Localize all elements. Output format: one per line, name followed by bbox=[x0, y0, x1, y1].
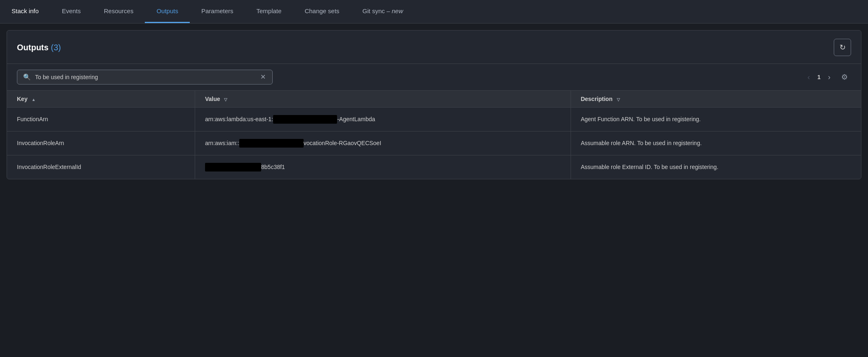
col-key[interactable]: Key ▲ bbox=[7, 91, 195, 108]
value-prefix: arn:aws:lambda:us-east-1: bbox=[205, 115, 273, 124]
tab-change-sets[interactable]: Change sets bbox=[293, 0, 351, 23]
col-description-label: Description bbox=[581, 96, 613, 102]
redacted-block bbox=[239, 139, 304, 148]
page-number: 1 bbox=[817, 74, 821, 80]
value-row-functionarn: arn:aws:lambda:us-east-1: -AgentLambda bbox=[205, 115, 561, 124]
table-settings-button[interactable]: ⚙ bbox=[838, 71, 851, 83]
value-row-invocationroleexternalid: 8b5c38f1 bbox=[205, 163, 561, 171]
search-wrapper: 🔍 ✕ bbox=[17, 70, 273, 85]
cell-value-functionarn: arn:aws:lambda:us-east-1: -AgentLambda bbox=[195, 108, 571, 132]
redacted-block bbox=[273, 115, 337, 124]
cell-description-invocationroleexternalid: Assumable role External ID. To be used i… bbox=[571, 155, 861, 179]
cell-value-invocationrolearn: arn:aws:iam:: vocationRole-RGaovQECSoeI bbox=[195, 132, 571, 155]
tab-template[interactable]: Template bbox=[245, 0, 293, 23]
table-row: FunctionArn arn:aws:lambda:us-east-1: -A… bbox=[7, 108, 861, 132]
search-icon: 🔍 bbox=[23, 73, 31, 81]
col-value-sort-icon: ▽ bbox=[224, 97, 227, 102]
col-key-label: Key bbox=[17, 96, 28, 102]
outputs-count: (3) bbox=[51, 43, 61, 52]
tab-navigation: Stack info Events Resources Outputs Para… bbox=[0, 0, 868, 23]
refresh-button[interactable]: ↻ bbox=[834, 39, 851, 56]
cell-description-invocationrolearn: Assumable role ARN. To be used in regist… bbox=[571, 132, 861, 155]
value-row-invocationrolearn: arn:aws:iam:: vocationRole-RGaovQECSoeI bbox=[205, 139, 561, 148]
value-suffix: 8b5c38f1 bbox=[261, 163, 285, 171]
outputs-header: Outputs (3) ↻ bbox=[7, 31, 861, 64]
refresh-icon: ↻ bbox=[840, 43, 846, 52]
col-value-label: Value bbox=[205, 96, 220, 102]
tab-resources[interactable]: Resources bbox=[92, 0, 145, 23]
col-value[interactable]: Value ▽ bbox=[195, 91, 571, 108]
outputs-table: Key ▲ Value ▽ Description ▽ FunctionArn bbox=[7, 91, 861, 179]
search-input[interactable] bbox=[35, 74, 255, 80]
col-description[interactable]: Description ▽ bbox=[571, 91, 861, 108]
tab-events[interactable]: Events bbox=[50, 0, 92, 23]
search-clear-button[interactable]: ✕ bbox=[259, 74, 267, 80]
redacted-block bbox=[205, 163, 261, 171]
cell-value-invocationroleexternalid: 8b5c38f1 bbox=[195, 155, 571, 179]
search-area: 🔍 ✕ ‹ 1 › ⚙ bbox=[7, 64, 861, 91]
cell-description-functionarn: Agent Function ARN. To be used in regist… bbox=[571, 108, 861, 132]
pagination-area: ‹ 1 › ⚙ bbox=[804, 71, 851, 83]
prev-page-button[interactable]: ‹ bbox=[804, 71, 813, 83]
col-description-sort-icon: ▽ bbox=[617, 97, 620, 102]
outputs-title: Outputs (3) bbox=[17, 43, 61, 52]
col-key-sort-icon: ▲ bbox=[32, 97, 36, 102]
cell-key-invocationroleexternalid: InvocationRoleExternalId bbox=[7, 155, 195, 179]
tab-stack-info[interactable]: Stack info bbox=[0, 0, 50, 23]
table-row: InvocationRoleArn arn:aws:iam:: vocation… bbox=[7, 132, 861, 155]
value-suffix: vocationRole-RGaovQECSoeI bbox=[304, 139, 381, 148]
outputs-panel: Outputs (3) ↻ 🔍 ✕ ‹ 1 › ⚙ Key ▲ bbox=[7, 30, 861, 179]
tab-outputs[interactable]: Outputs bbox=[145, 0, 190, 23]
tab-git-sync[interactable]: Git sync – new bbox=[351, 0, 415, 23]
tab-parameters[interactable]: Parameters bbox=[190, 0, 245, 23]
table-row: InvocationRoleExternalId 8b5c38f1 Assuma… bbox=[7, 155, 861, 179]
value-suffix: -AgentLambda bbox=[337, 115, 375, 124]
next-page-button[interactable]: › bbox=[825, 71, 834, 83]
table-header-row: Key ▲ Value ▽ Description ▽ bbox=[7, 91, 861, 108]
cell-key-invocationrolearn: InvocationRoleArn bbox=[7, 132, 195, 155]
cell-key-functionarn: FunctionArn bbox=[7, 108, 195, 132]
value-prefix: arn:aws:iam:: bbox=[205, 139, 239, 148]
